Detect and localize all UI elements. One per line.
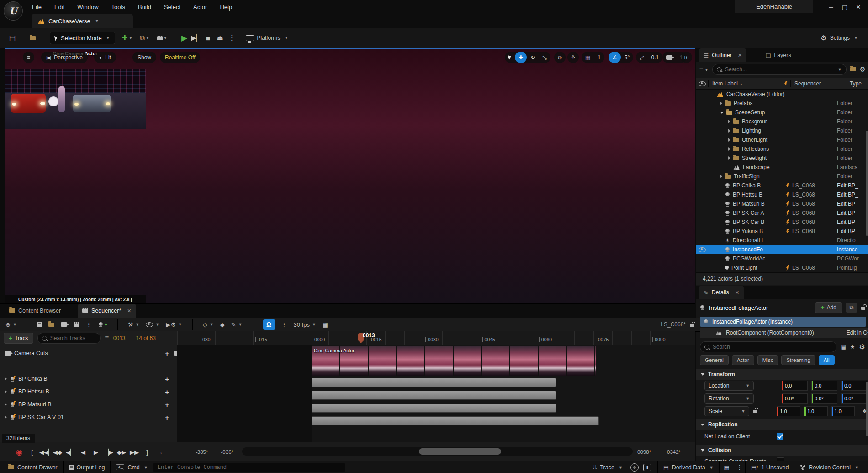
record-button[interactable]: ◉ <box>14 447 25 457</box>
close-icon[interactable]: ✕ <box>127 308 131 314</box>
add-section-button[interactable]: + <box>165 375 169 383</box>
track-timeline[interactable]: Cine Camera Actor. <box>177 345 695 442</box>
world-dropdown[interactable]: ⊕▼ <box>5 321 17 328</box>
close-icon[interactable]: ✕ <box>738 53 742 58</box>
derived-data-dropdown[interactable]: ▤ Derived Data ▼ <box>658 461 719 473</box>
add-track-button[interactable]: +Track <box>4 333 33 344</box>
curve-editor-icon[interactable]: ▦ <box>323 321 328 328</box>
scale-z-field[interactable]: 1.0 <box>831 406 855 416</box>
curve-options-dropdown[interactable]: ✎▼ <box>231 321 243 328</box>
outliner-row[interactable]: BP SK Car BLS_C068Edit BP_ <box>696 218 868 227</box>
view-range-end[interactable]: 0342* <box>667 449 681 455</box>
location-dropdown[interactable]: Location▼ <box>704 381 754 391</box>
edit-in-cpp-link[interactable]: Edit in C++ <box>847 330 868 336</box>
edit-bp-link[interactable]: Edit BP_ <box>837 191 858 198</box>
add-section-button[interactable]: + <box>165 401 169 409</box>
stats-icon[interactable]: ▮ <box>643 464 651 471</box>
next-frame-button[interactable]: ▕▶ <box>103 449 114 456</box>
add-actor-button[interactable]: ✚▼ <box>122 32 133 44</box>
sequencer-track-actor[interactable]: BP Matsuri B+ <box>0 399 182 410</box>
timeline-ruler[interactable]: -030-0150000001500300045006000750090 <box>177 331 695 345</box>
tab-layers[interactable]: ❏ Layers <box>761 48 796 62</box>
expand-arrow-icon[interactable] <box>728 147 730 151</box>
edit-bp-link[interactable]: Edit BP_ <box>837 201 858 207</box>
play-options-dots[interactable]: ⋮ <box>226 32 238 44</box>
browse-content-icon[interactable] <box>26 32 38 44</box>
details-search-input[interactable]: Search <box>700 341 836 352</box>
menu-build[interactable]: Build <box>132 0 158 14</box>
add-component-button[interactable]: +Add <box>815 302 842 313</box>
close-button[interactable]: ✕ <box>852 1 865 13</box>
outliner-row[interactable]: Point LightLS_C068PointLig <box>696 263 868 272</box>
outliner-row[interactable]: OtherLightFolder <box>696 135 868 144</box>
grid-snap-value[interactable]: 1 <box>594 52 604 63</box>
gear-icon[interactable]: ⚙ <box>860 65 866 74</box>
visibility-column-icon[interactable] <box>696 81 708 86</box>
revision-control-dropdown[interactable]: Revision Control ▼ <box>794 461 864 473</box>
lit-mode-dropdown[interactable]: ◐Lit <box>94 52 116 63</box>
scale-y-field[interactable]: 1.0 <box>804 406 828 416</box>
viewport-options-menu[interactable]: ≡ <box>23 52 34 63</box>
stop-button[interactable]: ■ <box>202 32 214 44</box>
outliner-row[interactable]: LandscapeLandsca <box>696 163 868 172</box>
rotation-x-field[interactable]: 0.0° <box>782 393 808 404</box>
expand-arrow-icon[interactable] <box>5 390 7 393</box>
expand-arrow-icon[interactable] <box>720 175 722 178</box>
tab-content-browser[interactable]: Content Browser <box>5 304 65 318</box>
maximize-viewport-button[interactable]: ⊞ <box>681 52 692 63</box>
camera-speed-icon[interactable] <box>662 52 676 63</box>
menu-help[interactable]: Help <box>213 0 238 14</box>
minimize-button[interactable]: ─ <box>824 1 838 13</box>
rotate-tool[interactable]: ↻ <box>527 52 539 63</box>
outliner-row[interactable]: PCGWorldAcPCGWor <box>696 254 868 263</box>
jump-fwd-button[interactable]: ▶▶ <box>129 449 140 456</box>
cmd-dropdown[interactable]: >_ Cmd ▼ <box>111 461 153 473</box>
playback-range-out[interactable]: 0098* <box>637 449 651 455</box>
menu-window[interactable]: Window <box>71 0 105 14</box>
expand-arrow-icon[interactable] <box>720 101 722 105</box>
insights-icon[interactable]: ◍ <box>630 463 639 472</box>
add-section-button[interactable]: + <box>165 350 169 357</box>
browse-asset-icon[interactable] <box>48 323 54 327</box>
outliner-row[interactable]: PrefabsFolder <box>696 99 868 108</box>
search-input[interactable]: Search... ▼ <box>712 64 847 75</box>
surface-snapping-toggle[interactable]: ⚘ <box>567 52 579 63</box>
rotation-snap-toggle[interactable]: ∠ <box>609 52 621 63</box>
details-scrollbar[interactable] <box>866 382 868 436</box>
prev-frame-button[interactable]: ◀▏ <box>65 449 76 456</box>
edit-bp-link[interactable]: Edit BP_ <box>837 228 858 234</box>
lock-icon[interactable] <box>861 304 865 311</box>
outliner-row[interactable]: LightingFolder <box>696 126 868 135</box>
expand-arrow-icon[interactable] <box>720 112 724 114</box>
cinematics-button[interactable]: ▼ <box>156 32 168 44</box>
outliner-row[interactable]: BP Yukina BLS_C068Edit BP_ <box>696 227 868 236</box>
expand-arrow-icon[interactable] <box>728 138 730 142</box>
outliner-row[interactable]: BP Chika BLS_C068Edit BP_ <box>696 181 868 190</box>
tab-sequencer[interactable]: Sequencer* ✕ <box>78 304 136 318</box>
perspective-dropdown[interactable]: ▣Perspective <box>41 52 88 63</box>
section-collision[interactable]: Collision <box>696 445 868 456</box>
timeline-scrollbar-thumb[interactable] <box>419 448 501 455</box>
outliner-row[interactable]: BackgrourFolder <box>696 117 868 126</box>
expand-arrow-icon[interactable] <box>728 120 730 123</box>
realtime-toggle[interactable]: Realtime Off <box>160 52 200 63</box>
timeline-scrollbar[interactable] <box>242 447 633 456</box>
playback-range-in[interactable]: -036* <box>221 449 234 455</box>
keyframe-options-dropdown[interactable]: ◇▼ <box>203 321 214 328</box>
play-reverse-button[interactable]: ◀ <box>78 449 89 456</box>
edit-bp-link[interactable]: Edit BP_ <box>837 219 858 225</box>
visibility-eye-icon[interactable] <box>696 247 708 252</box>
sequencer-settings-dropdown[interactable]: ⚒▼ <box>128 321 140 328</box>
view-options-dropdown[interactable]: ▼ <box>146 322 159 327</box>
skip-button[interactable]: ▶▏ <box>191 32 202 44</box>
sequencer-track-actor[interactable]: BP Hettsu B+ <box>0 386 182 397</box>
menu-tools[interactable]: Tools <box>105 0 132 14</box>
camera-cuts-filmstrip[interactable]: Cine Camera Actor. <box>312 346 596 376</box>
outliner-row[interactable]: StreetlightFolder <box>696 154 868 163</box>
snap-options-dots[interactable]: ⋮ <box>281 321 287 328</box>
net-load-checkbox[interactable] <box>777 433 783 440</box>
outliner-row[interactable]: BP Hettsu BLS_C068Edit BP_ <box>696 190 868 199</box>
save-icon[interactable]: ▤ <box>6 32 18 44</box>
expand-arrow-icon[interactable] <box>728 156 730 160</box>
scale-snap-value[interactable]: 0.1 <box>648 52 663 63</box>
